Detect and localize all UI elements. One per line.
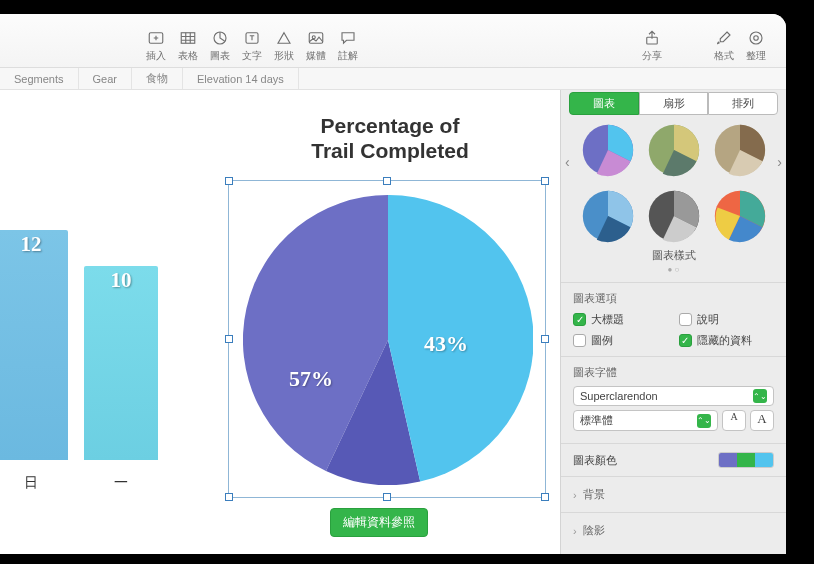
checkbox-title[interactable]: ✓ 大標題 — [573, 312, 669, 327]
toolbar-comment[interactable]: 註解 — [332, 29, 364, 63]
toolbar-text[interactable]: 文字 — [236, 29, 268, 63]
axis-label-one: 一 — [114, 474, 128, 492]
bar-1: 12 — [0, 230, 68, 460]
font-smaller-button[interactable]: A — [722, 410, 746, 431]
toolbar-share[interactable]: 分享 — [636, 29, 668, 63]
style-label: 圖表樣式 — [561, 248, 786, 265]
toolbar-arrange[interactable]: 整理 — [740, 29, 772, 63]
checkbox-hidden-data[interactable]: ✓ 隱藏的資料 — [679, 333, 775, 348]
toolbar-media[interactable]: 媒體 — [300, 29, 332, 63]
sheet-tabs: Segments Gear 食物 Elevation 14 days — [0, 68, 786, 90]
inspector-panel: 圖表 扇形 排列 ‹ › 圖表樣式 ● ○ 圖表選項 ✓ — [560, 90, 786, 554]
pie-chart-selection[interactable]: 43% 57% — [228, 180, 546, 498]
shape-icon — [275, 29, 293, 47]
resize-handle[interactable] — [225, 177, 233, 185]
comment-icon — [339, 29, 357, 47]
font-title: 圖表字體 — [573, 365, 774, 380]
shadow-disclosure[interactable]: 陰影 — [561, 512, 786, 548]
style-pager-dots: ● ○ — [561, 265, 786, 282]
resize-handle[interactable] — [383, 493, 391, 501]
edit-data-button[interactable]: 編輯資料參照 — [330, 508, 428, 537]
bar-2: 10 — [84, 266, 158, 460]
text-icon — [243, 29, 261, 47]
plus-box-icon — [147, 29, 165, 47]
swatch — [755, 453, 773, 467]
pie-label-right: 43% — [424, 331, 468, 357]
inspector-tabs: 圖表 扇形 排列 — [561, 90, 786, 112]
bar-1-value: 12 — [0, 232, 68, 257]
resize-handle[interactable] — [541, 335, 549, 343]
checkbox-icon — [679, 313, 692, 326]
font-family-select[interactable]: Superclarendon ⌃⌄ — [573, 386, 774, 406]
pie-icon — [211, 29, 229, 47]
chart-style-picker: ‹ › — [561, 112, 786, 248]
svg-marker-4 — [278, 33, 290, 44]
tab-food[interactable]: 食物 — [132, 68, 183, 89]
chart-font-section: 圖表字體 Superclarendon ⌃⌄ 標準體 ⌃⌄ A A — [561, 356, 786, 443]
canvas[interactable]: 12 10 日 一 Percentage of Trail Completed — [0, 90, 560, 554]
checkbox-legend[interactable]: 圖例 — [573, 333, 669, 348]
resize-handle[interactable] — [225, 335, 233, 343]
resize-handle[interactable] — [383, 177, 391, 185]
checkbox-icon — [573, 334, 586, 347]
resize-handle[interactable] — [541, 493, 549, 501]
svg-rect-1 — [181, 33, 195, 44]
font-larger-button[interactable]: A — [750, 410, 774, 431]
style-prev[interactable]: ‹ — [565, 154, 570, 170]
tab-gear[interactable]: Gear — [79, 68, 132, 89]
bar-chart[interactable]: 12 10 日 一 — [0, 160, 204, 520]
toolbar-chart[interactable]: 圖表 — [204, 29, 236, 63]
tab-elevation[interactable]: Elevation 14 days — [183, 68, 299, 89]
toolbar: 插入 表格 圖表 文字 形狀 媒體 — [0, 14, 786, 68]
background-disclosure[interactable]: 背景 — [561, 476, 786, 512]
media-icon — [307, 29, 325, 47]
share-icon — [643, 29, 661, 47]
pie-chart[interactable] — [243, 195, 533, 485]
swatch — [719, 453, 737, 467]
style-thumb-6[interactable] — [712, 188, 768, 244]
checkbox-icon: ✓ — [679, 334, 692, 347]
toolbar-format[interactable]: 格式 — [708, 29, 740, 63]
resize-handle[interactable] — [225, 493, 233, 501]
arrange-icon — [747, 29, 765, 47]
chart-title[interactable]: Percentage of Trail Completed — [250, 114, 530, 164]
bar-2-value: 10 — [84, 268, 158, 293]
swatch — [737, 453, 755, 467]
style-thumb-5[interactable] — [646, 188, 702, 244]
style-thumb-3[interactable] — [712, 122, 768, 178]
toolbar-insert[interactable]: 插入 — [140, 29, 172, 63]
table-icon — [179, 29, 197, 47]
style-next[interactable]: › — [777, 154, 782, 170]
style-thumb-4[interactable] — [580, 188, 636, 244]
toolbar-shape[interactable]: 形狀 — [268, 29, 300, 63]
style-thumb-2[interactable] — [646, 122, 702, 178]
color-title: 圖表顏色 — [573, 453, 617, 468]
resize-handle[interactable] — [541, 177, 549, 185]
color-swatches[interactable] — [718, 452, 774, 468]
chart-options-section: 圖表選項 ✓ 大標題 說明 圖例 ✓ — [561, 282, 786, 356]
svg-point-8 — [750, 32, 762, 44]
checkbox-caption[interactable]: 說明 — [679, 312, 775, 327]
options-title: 圖表選項 — [573, 291, 774, 306]
dropdown-icon: ⌃⌄ — [753, 389, 767, 403]
toolbar-table[interactable]: 表格 — [172, 29, 204, 63]
svg-point-9 — [754, 36, 759, 41]
dropdown-icon: ⌃⌄ — [697, 414, 711, 428]
font-weight-select[interactable]: 標準體 ⌃⌄ — [573, 410, 718, 431]
pie-label-left: 57% — [289, 366, 333, 392]
checkbox-icon: ✓ — [573, 313, 586, 326]
axis-label-day: 日 — [24, 474, 38, 492]
chart-color-section: 圖表顏色 — [561, 443, 786, 476]
brush-icon — [715, 29, 733, 47]
tab-segments[interactable]: Segments — [0, 68, 79, 89]
style-thumb-1[interactable] — [580, 122, 636, 178]
